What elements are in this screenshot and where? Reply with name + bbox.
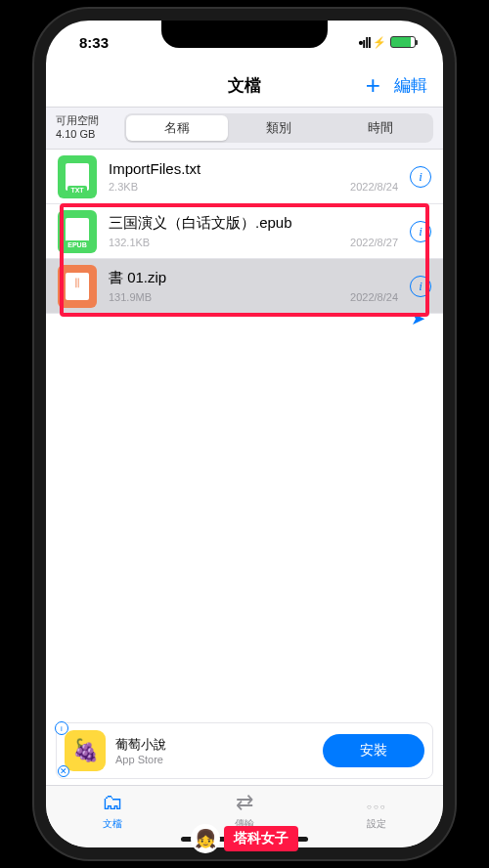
info-button[interactable]: i (410, 166, 431, 188)
tab-settings[interactable]: 設定 (311, 786, 443, 834)
sub-bar: 可用空間 4.10 GB 名稱 類別 時間 (46, 107, 443, 150)
segment-time[interactable]: 時間 (330, 115, 431, 141)
file-date: 2022/8/24 (350, 181, 398, 193)
file-size: 132.1KB (109, 237, 150, 248)
file-date: 2022/8/27 (350, 237, 398, 248)
txt-file-icon (58, 155, 97, 198)
edit-button[interactable]: 編輯 (394, 74, 427, 97)
ad-install-button[interactable]: 安裝 (323, 734, 424, 767)
ad-subtitle: App Store (115, 754, 313, 765)
battery-icon (390, 36, 416, 48)
file-name: 三国演义（白话文版）.epub (109, 214, 398, 233)
ad-close-icon[interactable]: ✕ (58, 765, 69, 777)
tab-label: 設定 (367, 817, 386, 831)
file-date: 2022/8/24 (350, 291, 398, 303)
notch (161, 21, 328, 48)
sort-segmented-control[interactable]: 名稱 類別 時間 (124, 113, 433, 143)
segment-name[interactable]: 名稱 (126, 115, 228, 141)
page-title: 文檔 (228, 74, 261, 97)
file-size: 131.9MB (109, 291, 152, 303)
info-button[interactable]: i (410, 221, 431, 242)
transfer-icon: ⇄ (236, 790, 253, 815)
zip-file-icon (58, 265, 97, 308)
tab-label: 文檔 (103, 817, 122, 831)
file-list[interactable]: ImportFiles.txt 2.3KB 2022/8/24 i 三国演义（白… (46, 150, 443, 722)
signal-icon (358, 34, 371, 51)
screen: 8:33 ⚡ 文檔 + 編輯 可用空間 4.10 GB 名稱 類別 時間 (46, 21, 443, 847)
status-right: ⚡ (358, 34, 416, 51)
tab-files[interactable]: 🗂 文檔 (46, 786, 178, 834)
phone-frame: 8:33 ⚡ 文檔 + 編輯 可用空間 4.10 GB 名稱 類別 時間 (34, 9, 455, 859)
send-icon[interactable]: ➤ (411, 308, 425, 329)
file-row[interactable]: ImportFiles.txt 2.3KB 2022/8/24 i (46, 150, 443, 204)
status-time: 8:33 (79, 34, 109, 51)
storage-label: 可用空間 (56, 114, 116, 128)
file-row[interactable]: 書 01.zip 131.9MB 2022/8/24 i (46, 259, 443, 314)
file-size: 2.3KB (109, 181, 138, 193)
info-button[interactable]: i (410, 276, 431, 297)
storage-info: 可用空間 4.10 GB (56, 114, 116, 142)
folder-icon: 🗂 (102, 790, 123, 815)
more-icon (367, 790, 387, 815)
ad-app-icon: 🍇 (65, 730, 106, 771)
file-name: ImportFiles.txt (109, 160, 398, 177)
charge-icon: ⚡ (373, 36, 386, 49)
watermark: 👧 塔科女子 (191, 824, 298, 853)
segment-type[interactable]: 類別 (228, 115, 330, 141)
file-name: 書 01.zip (109, 269, 398, 287)
storage-value: 4.10 GB (56, 128, 116, 142)
nav-bar: 文檔 + 編輯 (46, 64, 443, 107)
ad-banner[interactable]: i ✕ 🍇 葡萄小說 App Store 安裝 (56, 722, 433, 779)
ad-title: 葡萄小說 (115, 736, 313, 754)
epub-file-icon (58, 210, 97, 253)
watermark-text: 塔科女子 (224, 826, 298, 851)
file-row[interactable]: 三国演义（白话文版）.epub 132.1KB 2022/8/27 i (46, 204, 443, 259)
ad-info-icon[interactable]: i (55, 721, 68, 735)
add-button[interactable]: + (366, 72, 380, 98)
watermark-icon: 👧 (191, 824, 220, 853)
